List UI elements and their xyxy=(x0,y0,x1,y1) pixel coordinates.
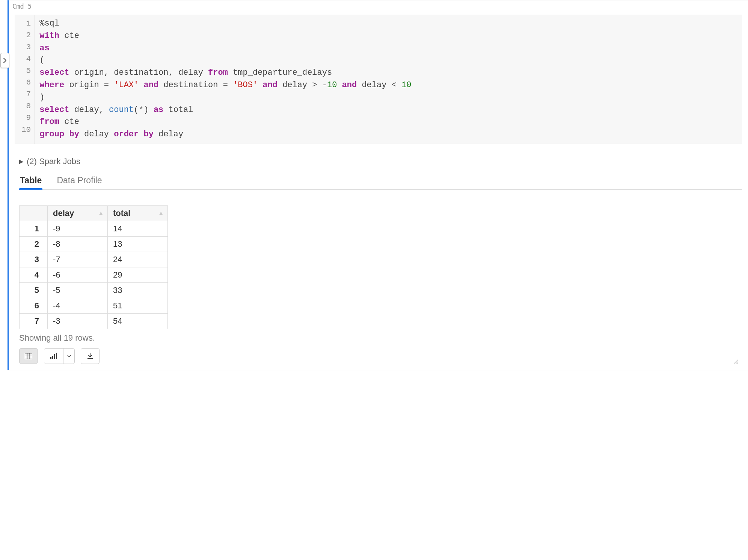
row-number-header xyxy=(20,205,48,221)
row-number-cell: 7 xyxy=(20,313,48,329)
line-number: 5 xyxy=(21,65,31,77)
svg-rect-7 xyxy=(54,354,55,359)
code-content[interactable]: %sqlwith cteas(select origin, destinatio… xyxy=(35,15,416,144)
row-number-cell: 5 xyxy=(20,282,48,298)
download-icon xyxy=(87,353,94,359)
cell-delay: -3 xyxy=(48,313,108,329)
line-number: 8 xyxy=(21,100,31,112)
chart-view-button[interactable] xyxy=(44,348,75,364)
code-line[interactable]: ( xyxy=(39,54,411,67)
cell-delay: -9 xyxy=(48,221,108,236)
code-line[interactable]: as xyxy=(39,42,411,55)
column-header-delay[interactable]: delay ▲ xyxy=(48,205,108,221)
resize-handle[interactable] xyxy=(733,359,738,364)
table-row[interactable]: 4-629 xyxy=(20,267,168,282)
svg-rect-0 xyxy=(25,353,32,359)
line-number-gutter: 12345678910 xyxy=(15,15,35,144)
result-status: Showing all 19 rows. xyxy=(19,333,742,343)
column-header-label: total xyxy=(113,208,130,218)
row-number-cell: 3 xyxy=(20,252,48,267)
line-number: 10 xyxy=(21,124,31,136)
table-row[interactable]: 3-724 xyxy=(20,252,168,267)
cell-delay: -5 xyxy=(48,282,108,298)
table-row[interactable]: 5-533 xyxy=(20,282,168,298)
chevron-right-icon xyxy=(3,58,7,63)
row-number-cell: 2 xyxy=(20,236,48,252)
cell-total: 29 xyxy=(108,267,168,282)
svg-rect-9 xyxy=(87,358,93,359)
output-tabs: Table Data Profile xyxy=(19,173,742,190)
command-label: Cmd 5 xyxy=(9,0,748,12)
download-button[interactable] xyxy=(81,348,100,364)
caret-down-icon xyxy=(67,355,71,357)
tab-data-profile[interactable]: Data Profile xyxy=(56,173,103,189)
code-line[interactable]: select delay, count(*) as total xyxy=(39,104,411,116)
chart-view-dropdown[interactable] xyxy=(63,349,74,364)
line-number: 4 xyxy=(21,53,31,65)
cell-total: 51 xyxy=(108,298,168,313)
svg-line-12 xyxy=(737,363,738,364)
spark-jobs-toggle[interactable]: ▶ (2) Spark Jobs xyxy=(19,157,742,166)
table-row[interactable]: 1-914 xyxy=(20,221,168,236)
code-line[interactable]: %sql xyxy=(39,18,411,30)
column-header-label: delay xyxy=(53,208,74,218)
cell-total: 24 xyxy=(108,252,168,267)
cell-output: ▶ (2) Spark Jobs Table Data Profile dela… xyxy=(9,148,748,370)
table-grid-icon xyxy=(25,353,32,359)
cell-total: 54 xyxy=(108,313,168,329)
line-number: 3 xyxy=(21,41,31,53)
line-number: 1 xyxy=(21,18,31,29)
svg-line-10 xyxy=(734,360,738,364)
triangle-right-icon: ▶ xyxy=(19,158,24,165)
sort-asc-icon: ▲ xyxy=(98,210,104,216)
line-number: 9 xyxy=(21,112,31,124)
line-number: 2 xyxy=(21,29,31,41)
code-line[interactable]: select origin, destination, delay from t… xyxy=(39,67,411,79)
column-header-total[interactable]: total ▲ xyxy=(108,205,168,221)
cell-total: 33 xyxy=(108,282,168,298)
code-editor[interactable]: 12345678910 %sqlwith cteas(select origin… xyxy=(15,15,742,144)
svg-rect-5 xyxy=(50,357,51,359)
output-toolbar xyxy=(19,348,742,364)
svg-rect-6 xyxy=(52,356,53,359)
cell-delay: -6 xyxy=(48,267,108,282)
line-number: 6 xyxy=(21,77,31,88)
line-number: 7 xyxy=(21,88,31,100)
svg-rect-8 xyxy=(56,353,57,359)
cell-delay: -8 xyxy=(48,236,108,252)
sort-asc-icon: ▲ xyxy=(158,210,164,216)
spark-jobs-label: (2) Spark Jobs xyxy=(27,157,80,166)
row-number-cell: 4 xyxy=(20,267,48,282)
notebook-cell: Cmd 5 12345678910 %sqlwith cteas(select … xyxy=(8,0,748,370)
row-number-cell: 1 xyxy=(20,221,48,236)
cell-delay: -4 xyxy=(48,298,108,313)
table-row[interactable]: 2-813 xyxy=(20,236,168,252)
code-line[interactable]: from cte xyxy=(39,116,411,128)
code-line[interactable]: group by delay order by delay xyxy=(39,128,411,141)
table-row[interactable]: 7-354 xyxy=(20,313,168,329)
bar-chart-icon xyxy=(50,353,57,359)
expand-sidebar-handle[interactable] xyxy=(0,53,9,68)
code-line[interactable]: with cte xyxy=(39,30,411,42)
cell-total: 13 xyxy=(108,236,168,252)
cell-total: 14 xyxy=(108,221,168,236)
chart-view-main[interactable] xyxy=(44,349,63,364)
code-line[interactable]: ) xyxy=(39,92,411,104)
code-line[interactable]: where origin = 'LAX' and destination = '… xyxy=(39,79,411,92)
table-row[interactable]: 6-451 xyxy=(20,298,168,313)
row-number-cell: 6 xyxy=(20,298,48,313)
cell-delay: -7 xyxy=(48,252,108,267)
tab-table[interactable]: Table xyxy=(19,173,42,189)
table-view-button[interactable] xyxy=(19,348,38,364)
result-table: delay ▲ total ▲ 1-9142-8133-7244-6295-53… xyxy=(19,205,168,329)
